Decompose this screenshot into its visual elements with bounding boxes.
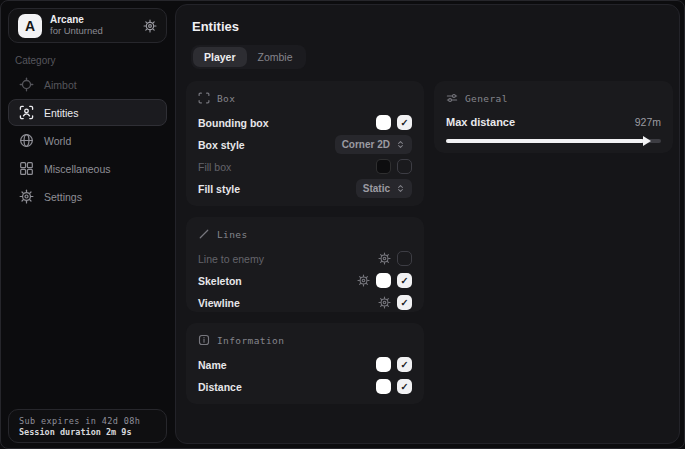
setting-label: Box style [198,139,245,151]
section-title: Lines [217,229,248,240]
sidebar-item-label: Entities [44,107,78,119]
dropdown-value: Static [363,183,390,194]
setting-row-viewline: Viewline ✓ [198,292,412,313]
information-section-header: Information [198,333,412,347]
app-subtitle: for Unturned [50,26,103,37]
sidebar-item-aimbot[interactable]: Aimbot [8,71,167,98]
setting-label: Skeleton [198,275,242,287]
setting-row-bounding-box: Bounding box ✓ [198,112,412,133]
checkbox[interactable]: ✓ [397,379,412,394]
dropdown-value: Corner 2D [342,139,390,150]
sidebar-item-label: Settings [44,191,82,203]
color-swatch[interactable] [376,379,391,394]
sidebar-item-settings[interactable]: Settings [8,183,167,210]
category-label: Category [15,55,56,66]
chevrons-up-down-icon [396,140,405,149]
setting-row-skeleton: Skeleton ✓ [198,270,412,291]
setting-row-name: Name ✓ [198,354,412,375]
checkbox[interactable] [397,251,412,266]
grid-icon [19,161,34,176]
information-icon [198,334,210,346]
sub-expiry-text: Sub expires in 42d 08h [19,416,156,426]
gear-icon [19,189,34,204]
tab-zombie[interactable]: Zombie [247,47,304,67]
setting-row-fill-style: Fill style Static [198,178,412,199]
sidebar-item-label: World [44,135,71,147]
crosshair-icon [19,77,34,92]
slider-fill [446,139,644,143]
information-section-card: Information Name ✓ Distance ✓ [186,323,424,404]
subscription-status-card: Sub expires in 42d 08h Session duration … [8,409,167,443]
setting-label: Viewline [198,297,240,309]
box-corners-icon [198,92,210,104]
setting-label: Bounding box [198,117,269,129]
main-panel: Entities Player Zombie Box Bounding box … [175,4,680,444]
general-section-card: General Max distance 927m [434,81,673,153]
tab-player[interactable]: Player [193,47,247,67]
app-header-card: A Arcane for Unturned [8,8,167,43]
app-brand: Arcane for Unturned [50,14,103,36]
lines-section-header: Lines [198,227,412,241]
sliders-icon [446,92,458,104]
app-logo: A [18,14,42,38]
page-title: Entities [192,19,239,34]
setting-row-fill-box: Fill box [198,156,412,177]
color-swatch[interactable] [376,357,391,372]
sidebar-item-miscellaneous[interactable]: Miscellaneous [8,155,167,182]
lines-section-card: Lines Line to enemy Skeleton [186,217,424,312]
setting-label: Line to enemy [198,253,264,265]
sidebar-item-label: Aimbot [44,79,77,91]
setting-label: Fill box [198,161,231,173]
checkbox[interactable]: ✓ [397,295,412,310]
diagonal-line-icon [198,228,210,240]
chevrons-up-down-icon [396,184,405,193]
sidebar-item-entities[interactable]: Entities [8,99,167,126]
gear-icon[interactable] [378,252,391,265]
box-section-card: Box Bounding box ✓ Box style Corner 2D [186,81,424,206]
gear-icon[interactable] [357,274,370,287]
max-distance-value: 927m [635,116,661,128]
section-title: Box [217,93,235,104]
setting-label: Fill style [198,183,240,195]
setting-label: Name [198,359,227,371]
setting-row-box-style: Box style Corner 2D [198,134,412,155]
setting-row-max-distance: Max distance 927m [446,112,661,132]
max-distance-slider[interactable] [446,139,661,143]
gear-icon[interactable] [143,19,157,33]
sidebar: A Arcane for Unturned Category [0,0,175,449]
sidebar-item-label: Miscellaneous [44,163,111,175]
sidebar-item-world[interactable]: World [8,127,167,154]
box-style-dropdown[interactable]: Corner 2D [335,135,412,154]
checkbox[interactable]: ✓ [397,273,412,288]
color-swatch[interactable] [376,115,391,130]
color-swatch[interactable] [376,273,391,288]
scan-user-icon [19,105,34,120]
session-duration-text: Session duration 2m 9s [19,427,156,437]
setting-label: Max distance [446,116,515,128]
slider-thumb[interactable] [643,136,651,146]
section-title: General [465,93,508,104]
fill-style-dropdown[interactable]: Static [356,179,412,198]
section-title: Information [217,335,284,346]
checkbox[interactable]: ✓ [397,115,412,130]
general-section-header: General [446,91,661,105]
color-swatch[interactable] [376,159,391,174]
box-section-header: Box [198,91,412,105]
entity-tabs: Player Zombie [191,45,306,69]
checkbox[interactable]: ✓ [397,357,412,372]
setting-label: Distance [198,381,242,393]
sidebar-nav: Aimbot Entities World [8,71,167,210]
setting-row-line-to-enemy: Line to enemy [198,248,412,269]
globe-icon [19,133,34,148]
checkbox[interactable] [397,159,412,174]
gear-icon[interactable] [378,296,391,309]
setting-row-distance: Distance ✓ [198,376,412,397]
